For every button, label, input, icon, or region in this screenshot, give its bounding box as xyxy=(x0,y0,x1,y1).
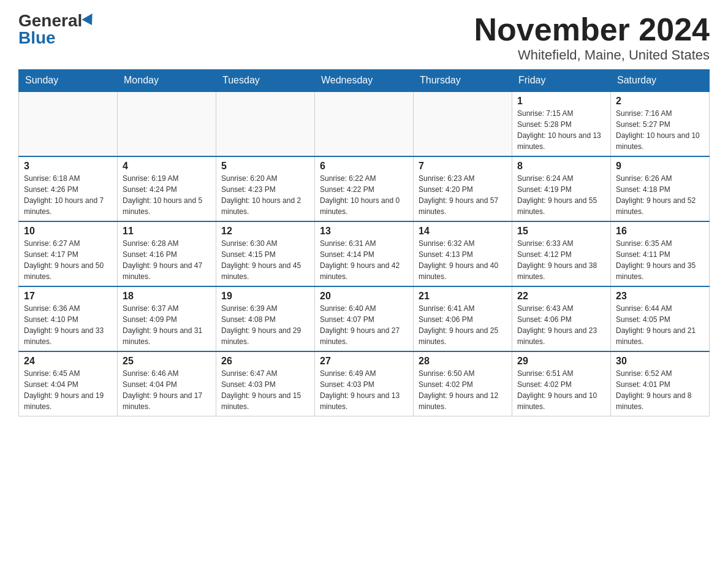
calendar-cell: 1Sunrise: 7:15 AMSunset: 5:28 PMDaylight… xyxy=(512,91,611,156)
calendar-week-5: 24Sunrise: 6:45 AMSunset: 4:04 PMDayligh… xyxy=(19,351,710,416)
page-header: General Blue November 2024 Whitefield, M… xyxy=(18,12,710,63)
calendar-week-1: 1Sunrise: 7:15 AMSunset: 5:28 PMDaylight… xyxy=(19,91,710,156)
day-info: Sunrise: 6:33 AMSunset: 4:12 PMDaylight:… xyxy=(517,238,605,282)
weekday-header-wednesday: Wednesday xyxy=(315,70,414,92)
day-number: 8 xyxy=(517,161,605,172)
day-number: 18 xyxy=(123,291,211,302)
day-number: 3 xyxy=(24,161,112,172)
day-info: Sunrise: 6:51 AMSunset: 4:02 PMDaylight:… xyxy=(517,368,605,412)
calendar-cell: 10Sunrise: 6:27 AMSunset: 4:17 PMDayligh… xyxy=(19,221,118,286)
day-number: 26 xyxy=(221,356,309,367)
day-number: 14 xyxy=(419,226,507,237)
weekday-header-friday: Friday xyxy=(512,70,611,92)
calendar-cell: 21Sunrise: 6:41 AMSunset: 4:06 PMDayligh… xyxy=(414,286,512,351)
calendar-cell: 2Sunrise: 7:16 AMSunset: 5:27 PMDaylight… xyxy=(611,91,710,156)
calendar-cell: 23Sunrise: 6:44 AMSunset: 4:05 PMDayligh… xyxy=(611,286,710,351)
calendar-week-3: 10Sunrise: 6:27 AMSunset: 4:17 PMDayligh… xyxy=(19,221,710,286)
day-number: 10 xyxy=(24,226,112,237)
calendar-cell: 8Sunrise: 6:24 AMSunset: 4:19 PMDaylight… xyxy=(512,156,611,221)
calendar-cell: 22Sunrise: 6:43 AMSunset: 4:06 PMDayligh… xyxy=(512,286,611,351)
day-info: Sunrise: 6:46 AMSunset: 4:04 PMDaylight:… xyxy=(123,368,211,412)
day-info: Sunrise: 6:50 AMSunset: 4:02 PMDaylight:… xyxy=(419,368,507,412)
day-number: 25 xyxy=(123,356,211,367)
day-info: Sunrise: 6:31 AMSunset: 4:14 PMDaylight:… xyxy=(320,238,408,282)
day-number: 6 xyxy=(320,161,408,172)
calendar-cell: 9Sunrise: 6:26 AMSunset: 4:18 PMDaylight… xyxy=(611,156,710,221)
day-number: 15 xyxy=(517,226,605,237)
calendar-cell: 15Sunrise: 6:33 AMSunset: 4:12 PMDayligh… xyxy=(512,221,611,286)
day-info: Sunrise: 6:35 AMSunset: 4:11 PMDaylight:… xyxy=(616,238,704,282)
day-number: 16 xyxy=(616,226,704,237)
calendar-cell: 30Sunrise: 6:52 AMSunset: 4:01 PMDayligh… xyxy=(611,351,710,416)
day-info: Sunrise: 6:45 AMSunset: 4:04 PMDaylight:… xyxy=(24,368,112,412)
calendar-week-2: 3Sunrise: 6:18 AMSunset: 4:26 PMDaylight… xyxy=(19,156,710,221)
day-number: 19 xyxy=(221,291,309,302)
day-info: Sunrise: 6:26 AMSunset: 4:18 PMDaylight:… xyxy=(616,173,704,217)
calendar-cell: 6Sunrise: 6:22 AMSunset: 4:22 PMDaylight… xyxy=(315,156,414,221)
calendar-title: November 2024 xyxy=(474,12,710,47)
day-info: Sunrise: 6:30 AMSunset: 4:15 PMDaylight:… xyxy=(221,238,309,282)
day-number: 29 xyxy=(517,356,605,367)
day-number: 2 xyxy=(616,96,704,107)
title-block: November 2024 Whitefield, Maine, United … xyxy=(474,12,710,63)
calendar-cell: 3Sunrise: 6:18 AMSunset: 4:26 PMDaylight… xyxy=(19,156,118,221)
weekday-header-sunday: Sunday xyxy=(19,70,118,92)
day-number: 22 xyxy=(517,291,605,302)
day-info: Sunrise: 6:52 AMSunset: 4:01 PMDaylight:… xyxy=(616,368,704,412)
day-info: Sunrise: 6:43 AMSunset: 4:06 PMDaylight:… xyxy=(517,303,605,347)
day-info: Sunrise: 7:16 AMSunset: 5:27 PMDaylight:… xyxy=(616,108,704,152)
weekday-header-monday: Monday xyxy=(118,70,216,92)
day-number: 27 xyxy=(320,356,408,367)
calendar-cell xyxy=(216,91,315,156)
day-number: 12 xyxy=(221,226,309,237)
calendar-cell: 17Sunrise: 6:36 AMSunset: 4:10 PMDayligh… xyxy=(19,286,118,351)
calendar-cell: 14Sunrise: 6:32 AMSunset: 4:13 PMDayligh… xyxy=(414,221,512,286)
calendar-cell: 13Sunrise: 6:31 AMSunset: 4:14 PMDayligh… xyxy=(315,221,414,286)
calendar-cell: 7Sunrise: 6:23 AMSunset: 4:20 PMDaylight… xyxy=(414,156,512,221)
day-info: Sunrise: 6:28 AMSunset: 4:16 PMDaylight:… xyxy=(123,238,211,282)
day-number: 5 xyxy=(221,161,309,172)
calendar-cell: 5Sunrise: 6:20 AMSunset: 4:23 PMDaylight… xyxy=(216,156,315,221)
day-info: Sunrise: 6:18 AMSunset: 4:26 PMDaylight:… xyxy=(24,173,112,217)
logo: General Blue xyxy=(18,12,96,47)
calendar-cell xyxy=(315,91,414,156)
day-info: Sunrise: 6:19 AMSunset: 4:24 PMDaylight:… xyxy=(123,173,211,217)
day-info: Sunrise: 6:39 AMSunset: 4:08 PMDaylight:… xyxy=(221,303,309,347)
day-info: Sunrise: 6:44 AMSunset: 4:05 PMDaylight:… xyxy=(616,303,704,347)
day-info: Sunrise: 6:20 AMSunset: 4:23 PMDaylight:… xyxy=(221,173,309,217)
day-number: 20 xyxy=(320,291,408,302)
day-number: 13 xyxy=(320,226,408,237)
weekday-header-saturday: Saturday xyxy=(611,70,710,92)
calendar-cell: 24Sunrise: 6:45 AMSunset: 4:04 PMDayligh… xyxy=(19,351,118,416)
day-number: 4 xyxy=(123,161,211,172)
calendar-cell: 16Sunrise: 6:35 AMSunset: 4:11 PMDayligh… xyxy=(611,221,710,286)
logo-general-text: General xyxy=(18,12,82,29)
calendar-table: SundayMondayTuesdayWednesdayThursdayFrid… xyxy=(18,69,710,416)
calendar-cell xyxy=(118,91,216,156)
day-info: Sunrise: 7:15 AMSunset: 5:28 PMDaylight:… xyxy=(517,108,605,152)
calendar-cell: 25Sunrise: 6:46 AMSunset: 4:04 PMDayligh… xyxy=(118,351,216,416)
day-number: 28 xyxy=(419,356,507,367)
calendar-subtitle: Whitefield, Maine, United States xyxy=(474,47,710,63)
calendar-cell: 19Sunrise: 6:39 AMSunset: 4:08 PMDayligh… xyxy=(216,286,315,351)
day-number: 21 xyxy=(419,291,507,302)
calendar-cell: 18Sunrise: 6:37 AMSunset: 4:09 PMDayligh… xyxy=(118,286,216,351)
logo-triangle-icon xyxy=(82,13,97,28)
day-info: Sunrise: 6:37 AMSunset: 4:09 PMDaylight:… xyxy=(123,303,211,347)
weekday-header-row: SundayMondayTuesdayWednesdayThursdayFrid… xyxy=(19,70,710,92)
day-info: Sunrise: 6:32 AMSunset: 4:13 PMDaylight:… xyxy=(419,238,507,282)
day-number: 23 xyxy=(616,291,704,302)
day-number: 24 xyxy=(24,356,112,367)
day-info: Sunrise: 6:41 AMSunset: 4:06 PMDaylight:… xyxy=(419,303,507,347)
calendar-cell: 27Sunrise: 6:49 AMSunset: 4:03 PMDayligh… xyxy=(315,351,414,416)
calendar-cell xyxy=(19,91,118,156)
calendar-cell: 26Sunrise: 6:47 AMSunset: 4:03 PMDayligh… xyxy=(216,351,315,416)
day-info: Sunrise: 6:47 AMSunset: 4:03 PMDaylight:… xyxy=(221,368,309,412)
calendar-cell: 28Sunrise: 6:50 AMSunset: 4:02 PMDayligh… xyxy=(414,351,512,416)
day-number: 30 xyxy=(616,356,704,367)
calendar-cell: 20Sunrise: 6:40 AMSunset: 4:07 PMDayligh… xyxy=(315,286,414,351)
day-number: 9 xyxy=(616,161,704,172)
day-info: Sunrise: 6:24 AMSunset: 4:19 PMDaylight:… xyxy=(517,173,605,217)
day-info: Sunrise: 6:36 AMSunset: 4:10 PMDaylight:… xyxy=(24,303,112,347)
weekday-header-tuesday: Tuesday xyxy=(216,70,315,92)
